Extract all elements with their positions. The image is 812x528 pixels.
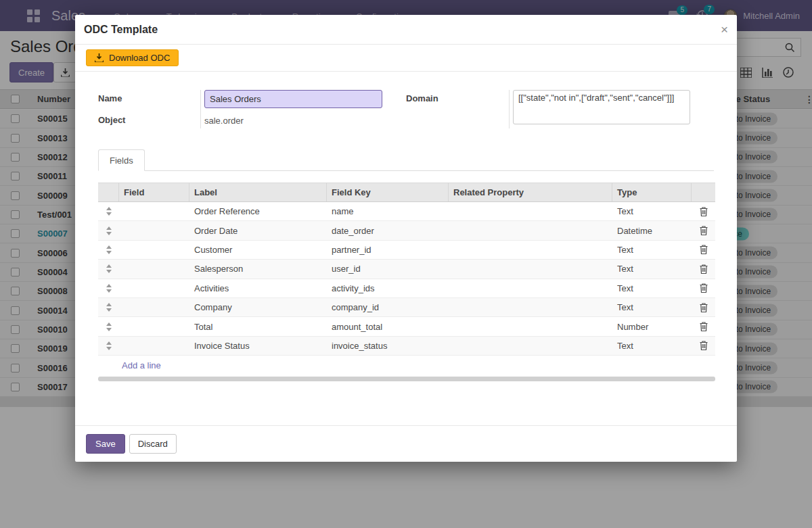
type-cell[interactable]: Text <box>612 206 692 216</box>
close-icon[interactable]: × <box>721 23 728 36</box>
dialog-title: ODC Template <box>84 24 158 36</box>
field-key-column-header[interactable]: Field Key <box>327 183 449 201</box>
tab-fields[interactable]: Fields <box>98 149 145 171</box>
field-key-cell[interactable]: name <box>327 206 449 216</box>
field-key-cell[interactable]: activity_ids <box>327 283 449 293</box>
label-cell[interactable]: Company <box>189 302 327 312</box>
field-key-cell[interactable]: partner_id <box>327 245 449 255</box>
label-cell[interactable]: Order Date <box>189 226 327 236</box>
field-key-cell[interactable]: date_order <box>327 226 449 236</box>
label-cell[interactable]: Order Reference <box>189 206 327 216</box>
domain-label: Domain <box>406 93 438 103</box>
object-label: Object <box>98 115 125 125</box>
trash-icon[interactable] <box>700 226 708 235</box>
fields-rows: Order Reference name Text Order Date dat… <box>98 202 715 356</box>
drag-handle-icon[interactable] <box>106 264 112 273</box>
drag-handle-icon[interactable] <box>106 207 112 216</box>
label-column-header[interactable]: Label <box>189 183 327 201</box>
download-icon <box>95 53 104 62</box>
type-cell[interactable]: Text <box>612 341 692 351</box>
download-odc-button[interactable]: Download ODC <box>86 49 179 66</box>
drag-handle-icon[interactable] <box>106 284 112 293</box>
type-cell[interactable]: Text <box>612 264 692 274</box>
field-key-cell[interactable]: company_id <box>327 302 449 312</box>
discard-button[interactable]: Discard <box>129 434 177 454</box>
field-row[interactable]: Salesperson user_id Text <box>98 260 715 279</box>
domain-textarea[interactable]: [["state","not in",["draft","sent","canc… <box>513 90 690 124</box>
fields-table: Field Label Field Key Related Property T… <box>98 183 715 375</box>
trash-icon[interactable] <box>700 264 708 274</box>
name-input[interactable] <box>204 90 382 108</box>
object-value: sale.order <box>204 116 244 126</box>
type-cell[interactable]: Text <box>612 283 692 293</box>
add-line-row: Add a line <box>98 356 715 375</box>
fields-table-header: Field Label Field Key Related Property T… <box>98 183 715 202</box>
field-row[interactable]: Order Reference name Text <box>98 202 715 221</box>
trash-icon[interactable] <box>700 207 708 216</box>
form-separator <box>509 90 510 128</box>
add-a-line-link[interactable]: Add a line <box>122 360 161 370</box>
odc-template-dialog: ODC Template × Download ODC Name Object … <box>75 15 737 462</box>
trash-icon[interactable] <box>700 283 708 293</box>
field-row[interactable]: Customer partner_id Text <box>98 241 715 260</box>
dialog-header: ODC Template × <box>75 15 737 45</box>
dialog-footer: Save Discard <box>75 425 737 462</box>
field-row[interactable]: Invoice Status invoice_status Text <box>98 337 715 356</box>
name-label: Name <box>98 93 122 103</box>
field-key-cell[interactable]: user_id <box>327 264 449 274</box>
field-column-header[interactable]: Field <box>119 183 189 201</box>
field-row[interactable]: Order Date date_order Datetime <box>98 221 715 240</box>
field-key-cell[interactable]: invoice_status <box>327 341 449 351</box>
dialog-action-band: Download ODC <box>75 45 737 72</box>
field-row[interactable]: Total amount_total Number <box>98 317 715 336</box>
drag-handle-icon[interactable] <box>106 303 112 312</box>
field-row[interactable]: Company company_id Text <box>98 298 715 317</box>
tab-bar: Fields <box>98 150 714 171</box>
trash-icon[interactable] <box>700 245 708 254</box>
related-property-column-header[interactable]: Related Property <box>449 183 612 201</box>
label-cell[interactable]: Customer <box>189 245 327 255</box>
type-cell[interactable]: Number <box>612 322 692 332</box>
type-column-header[interactable]: Type <box>612 183 692 201</box>
drag-handle-icon[interactable] <box>106 341 112 350</box>
drag-handle-icon[interactable] <box>106 245 112 254</box>
save-button[interactable]: Save <box>86 434 125 454</box>
drag-handle-icon[interactable] <box>106 226 112 235</box>
field-row[interactable]: Activities activity_ids Text <box>98 279 715 298</box>
form-separator <box>200 90 201 128</box>
delete-column-header <box>692 183 715 201</box>
trash-icon[interactable] <box>700 341 708 350</box>
type-cell[interactable]: Text <box>612 302 692 312</box>
horizontal-scrollbar[interactable] <box>98 377 715 381</box>
trash-icon[interactable] <box>700 303 708 312</box>
field-key-cell[interactable]: amount_total <box>327 322 449 332</box>
label-cell[interactable]: Salesperson <box>189 264 327 274</box>
label-cell[interactable]: Invoice Status <box>189 341 327 351</box>
type-cell[interactable]: Text <box>612 245 692 255</box>
label-cell[interactable]: Total <box>189 322 327 332</box>
trash-icon[interactable] <box>700 322 708 331</box>
label-cell[interactable]: Activities <box>189 283 327 293</box>
drag-handle-icon[interactable] <box>106 322 112 331</box>
handle-column-header <box>98 183 119 201</box>
type-cell[interactable]: Datetime <box>612 226 692 236</box>
